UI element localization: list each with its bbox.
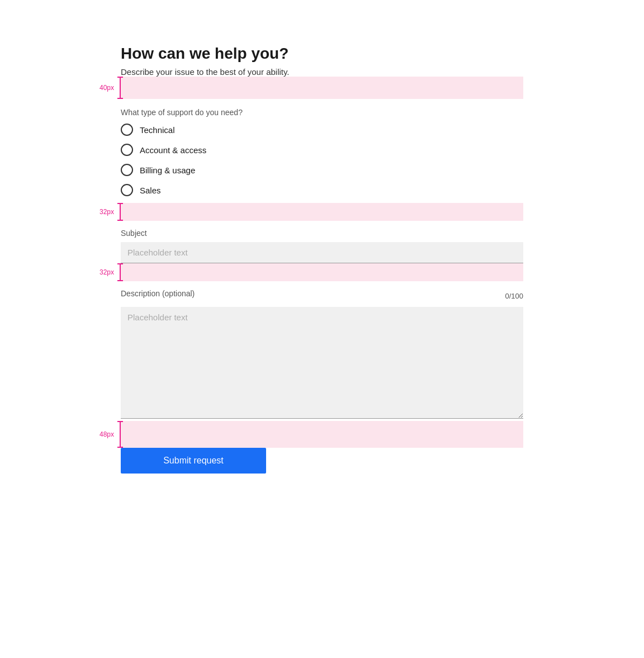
form-container: How can we help you? Describe your issue… [121, 45, 523, 658]
radio-item-technical[interactable]: Technical [121, 124, 523, 136]
description-count: 0/100 [505, 292, 523, 300]
radio-item-billing[interactable]: Billing & usage [121, 164, 523, 176]
annotation-bar-32-1 [120, 203, 121, 221]
annotation-tick-bottom-48 [117, 447, 123, 448]
spacer-40-content [121, 77, 523, 99]
annotation-tick-top-32-1 [117, 203, 123, 204]
spacer-48-section: 48px [76, 421, 523, 448]
annotation-label-48: 48px [100, 430, 114, 438]
annotation-tick-bottom-32-1 [117, 220, 123, 221]
annotation-bar-48 [120, 421, 121, 448]
annotation-label-40: 40px [100, 84, 114, 92]
submit-button[interactable]: Submit request [121, 448, 266, 474]
spacer-32-section-1: 32px [76, 203, 523, 221]
spacer-pink-32-1 [121, 203, 523, 221]
page-title: How can we help you? [121, 45, 523, 63]
subject-label: Subject [121, 229, 523, 238]
support-type-label: What type of support do you need? [121, 108, 523, 117]
spacer-pink-48 [121, 421, 523, 448]
description-textarea[interactable] [121, 307, 523, 419]
annotation-tick-bottom-32-2 [117, 280, 123, 281]
description-section: Description (optional) 0/100 [121, 289, 523, 421]
annotation-tick-top-32-2 [117, 263, 123, 264]
annotation-label-32-1: 32px [100, 208, 114, 216]
support-type-section: What type of support do you need? Techni… [121, 108, 523, 196]
subject-input[interactable] [121, 242, 523, 263]
radio-label-technical: Technical [140, 125, 175, 135]
radio-circle-technical[interactable] [121, 124, 133, 136]
annotation-tick-bottom-40 [117, 98, 123, 99]
spacer-32-1-content [121, 203, 523, 221]
annotation-bar-32-2 [120, 263, 121, 281]
spacer-32-2-content [121, 263, 523, 281]
subject-section: Subject [121, 229, 523, 263]
radio-group: Technical Account & access Billing & usa… [121, 124, 523, 196]
radio-item-account[interactable]: Account & access [121, 144, 523, 156]
spacer-32-section-2: 32px [76, 263, 523, 281]
page-subtitle: Describe your issue to the best of your … [121, 67, 523, 77]
spacer-pink-32-2 [121, 263, 523, 281]
spacer-pink-40 [121, 77, 523, 99]
radio-label-billing: Billing & usage [140, 165, 195, 175]
description-label: Description (optional) [121, 289, 195, 298]
annotation-tick-top-40 [117, 77, 123, 78]
radio-circle-account[interactable] [121, 144, 133, 156]
submit-section: Submit request [121, 448, 523, 474]
annotation-label-32-2: 32px [100, 268, 114, 276]
spacer-40-section: 40px [76, 77, 523, 99]
annotation-40px: 40px [76, 77, 121, 99]
radio-label-sales: Sales [140, 186, 161, 195]
description-label-row: Description (optional) 0/100 [121, 289, 523, 302]
annotation-tick-top-48 [117, 421, 123, 422]
radio-circle-billing[interactable] [121, 164, 133, 176]
annotation-32px-1: 32px [76, 203, 121, 221]
spacer-48-content [121, 421, 523, 448]
radio-circle-sales[interactable] [121, 184, 133, 196]
annotation-48px: 48px [76, 421, 121, 448]
annotation-bar-40 [120, 77, 121, 99]
radio-label-account: Account & access [140, 145, 206, 155]
annotation-32px-2: 32px [76, 263, 121, 281]
radio-item-sales[interactable]: Sales [121, 184, 523, 196]
